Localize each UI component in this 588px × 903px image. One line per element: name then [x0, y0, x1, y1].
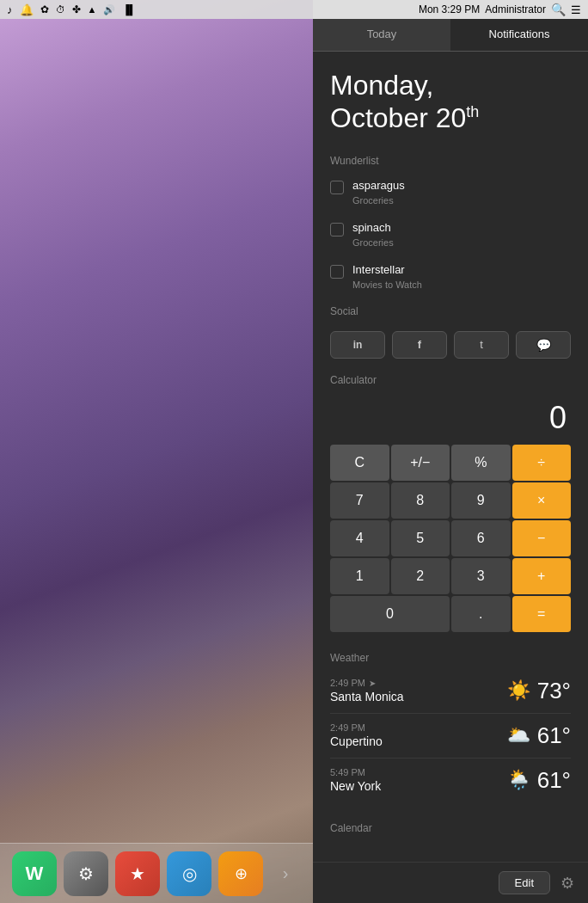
calc-btn-4[interactable]: 4 [330, 520, 389, 556]
wifi-icon[interactable]: ▲ [88, 4, 97, 15]
tab-bar: Today Notifications [313, 19, 588, 52]
social-icons: in f t 💬 [313, 322, 588, 367]
calc-btn-2[interactable]: 2 [391, 558, 450, 594]
wunderlist-list-3: Movies to Watch [352, 280, 422, 290]
twitter-icon: t [480, 338, 483, 351]
calc-btn-divide[interactable]: ÷ [512, 445, 572, 481]
tab-notifications[interactable]: Notifications [450, 19, 588, 51]
notification-bell-icon[interactable]: 🔔 [20, 3, 34, 16]
tab-today[interactable]: Today [313, 19, 450, 51]
dock-item-airdrop[interactable]: ◎ [167, 851, 211, 896]
menubar-menu-icon[interactable]: ☰ [571, 3, 581, 16]
wunderlist-item-3: Interstellar Movies to Watch [313, 256, 588, 298]
wunderlist-text-3: Interstellar Movies to Watch [352, 263, 422, 292]
social-linkedin-btn[interactable]: in [330, 331, 385, 359]
menubar-right: Mon 3:29 PM Administrator 🔍 ☰ [419, 3, 581, 16]
calc-btn-1[interactable]: 1 [330, 558, 389, 594]
weather-info-0: 2:49 PM ➤ Santa Monica [330, 678, 500, 703]
time-machine-icon[interactable]: ⏱ [56, 4, 65, 15]
linkedin-icon: in [353, 339, 363, 351]
calc-btn-decimal[interactable]: . [451, 596, 511, 632]
settings-icon[interactable]: ⚙ [560, 874, 574, 893]
dock-item-browser[interactable]: ⊕ [218, 851, 263, 896]
browser-icon: ⊕ [235, 864, 248, 883]
weather-info-1: 2:49 PM Cupertino [330, 722, 500, 748]
weather-city-2: New York [330, 779, 500, 793]
calc-btn-5[interactable]: 5 [391, 520, 450, 556]
airdrop-icon: ◎ [182, 863, 197, 884]
weather-row-2: 5:49 PM New York 🌦️ 61° [330, 759, 571, 802]
wunderlist-title-2: spinach [352, 221, 394, 234]
calculator-display: 0 [330, 391, 571, 445]
facebook-icon: f [418, 338, 421, 351]
dock-item-wunderlist[interactable]: W [12, 851, 57, 896]
weather-temp-2: 61° [537, 767, 571, 794]
volume-icon[interactable]: 🔊 [103, 4, 115, 15]
calc-btn-7[interactable]: 7 [330, 482, 389, 519]
messages-icon: 💬 [536, 338, 551, 352]
date-line1: Monday, [330, 70, 433, 101]
wunderlist-text-1: asparagus Groceries [352, 179, 405, 207]
menubar-datetime: Mon 3:29 PM [419, 3, 480, 15]
notification-panel: Today Notifications Monday, October 20th… [313, 19, 588, 903]
wunderlist-title-3: Interstellar [352, 263, 422, 276]
dock: W ⚙ ★ ◎ ⊕ › [0, 843, 313, 903]
weather-widget: 2:49 PM ➤ Santa Monica ☀️ 73° 2:49 PM Cu… [313, 669, 588, 815]
menubar-left: ♪ 🔔 ✿ ⏱ ✤ ▲ 🔊 ▐▌ [7, 3, 136, 16]
weather-icon-2: 🌦️ [507, 769, 530, 791]
weather-icon-1: 🌥️ [507, 724, 530, 746]
weather-temp-1: 61° [537, 722, 571, 749]
weather-icon-0: ☀️ [507, 679, 530, 702]
wunderlist-item-2: spinach Groceries [313, 214, 588, 256]
dock-item-fantastical[interactable]: ★ [115, 851, 160, 896]
social-messages-btn[interactable]: 💬 [516, 331, 571, 359]
desktop [0, 0, 313, 903]
social-facebook-btn[interactable]: f [392, 331, 447, 359]
wunderlist-item-1: asparagus Groceries [313, 172, 588, 214]
bluetooth-icon[interactable]: ✤ [72, 3, 81, 15]
weather-temp-0: 73° [537, 678, 571, 704]
dropbox-icon[interactable]: ✿ [40, 3, 49, 15]
fantastical-icon: ★ [130, 863, 145, 884]
calc-btn-percent[interactable]: % [451, 445, 511, 481]
dock-item-settings[interactable]: ⚙ [64, 851, 108, 896]
calc-btn-9[interactable]: 9 [451, 482, 511, 519]
calc-btn-c[interactable]: C [330, 445, 389, 481]
calc-btn-6[interactable]: 6 [451, 520, 511, 556]
weather-city-1: Cupertino [330, 734, 500, 748]
calc-btn-8[interactable]: 8 [391, 482, 450, 519]
calc-btn-0[interactable]: 0 [330, 596, 450, 632]
wunderlist-text-2: spinach Groceries [352, 221, 394, 249]
menubar-search-icon[interactable]: 🔍 [551, 3, 566, 16]
wunderlist-title-1: asparagus [352, 179, 405, 192]
battery-icon[interactable]: ▐▌ [122, 4, 136, 15]
calc-btn-subtract[interactable]: − [512, 520, 572, 556]
menubar: ♪ 🔔 ✿ ⏱ ✤ ▲ 🔊 ▐▌ Mon 3:29 PM Administrat… [0, 0, 588, 19]
spotify-icon[interactable]: ♪ [7, 3, 13, 16]
calc-display-value: 0 [549, 400, 567, 435]
calc-btn-add[interactable]: + [512, 558, 572, 594]
weather-city-0: Santa Monica [330, 690, 500, 703]
date-header: Monday, October 20th [313, 52, 588, 148]
social-twitter-btn[interactable]: t [454, 331, 509, 359]
calculator-section-header: Calculator [313, 367, 588, 391]
menubar-user[interactable]: Administrator [485, 3, 546, 15]
calendar-section-header: Calendar [313, 815, 588, 839]
wunderlist-checkbox-2[interactable] [330, 223, 344, 236]
date-line2: October 20 [330, 102, 466, 133]
dock-scroll[interactable]: › [270, 851, 301, 896]
location-arrow-icon: ➤ [369, 679, 376, 688]
wunderlist-checkbox-3[interactable] [330, 265, 344, 279]
calc-btn-3[interactable]: 3 [451, 558, 511, 594]
calculator: 0 C +/− % ÷ 7 8 9 × 4 5 6 − 1 2 3 + 0 . … [313, 391, 588, 645]
weather-time-1: 2:49 PM [330, 722, 500, 733]
wunderlist-list-1: Groceries [352, 195, 394, 206]
calc-btn-plusminus[interactable]: +/− [391, 445, 450, 481]
calc-btn-equals[interactable]: = [512, 596, 572, 632]
calc-btn-multiply[interactable]: × [512, 482, 572, 519]
edit-button[interactable]: Edit [499, 871, 550, 894]
social-section-header: Social [313, 298, 588, 322]
weather-time-0: 2:49 PM ➤ [330, 678, 500, 688]
wunderlist-checkbox-1[interactable] [330, 181, 344, 194]
settings-dock-icon: ⚙ [78, 863, 94, 884]
